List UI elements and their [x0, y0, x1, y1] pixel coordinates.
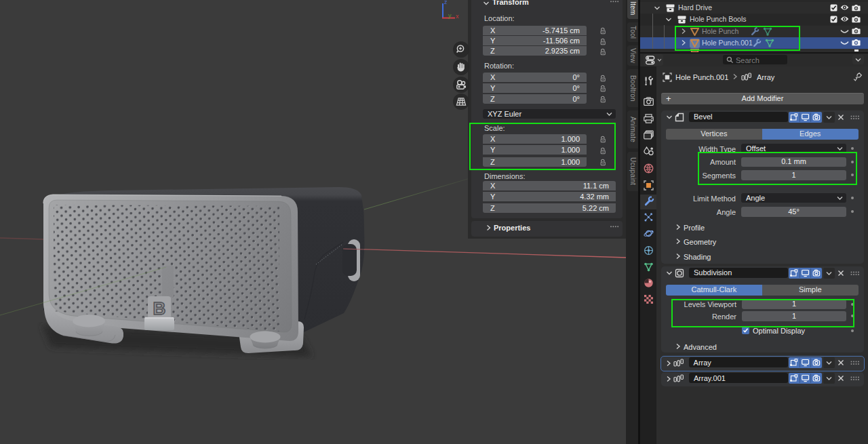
svg-text:x: x	[456, 13, 459, 20]
svg-text:z: z	[444, 0, 448, 5]
svg-text:B: B	[153, 298, 166, 319]
svg-text:y: y	[448, 12, 452, 19]
